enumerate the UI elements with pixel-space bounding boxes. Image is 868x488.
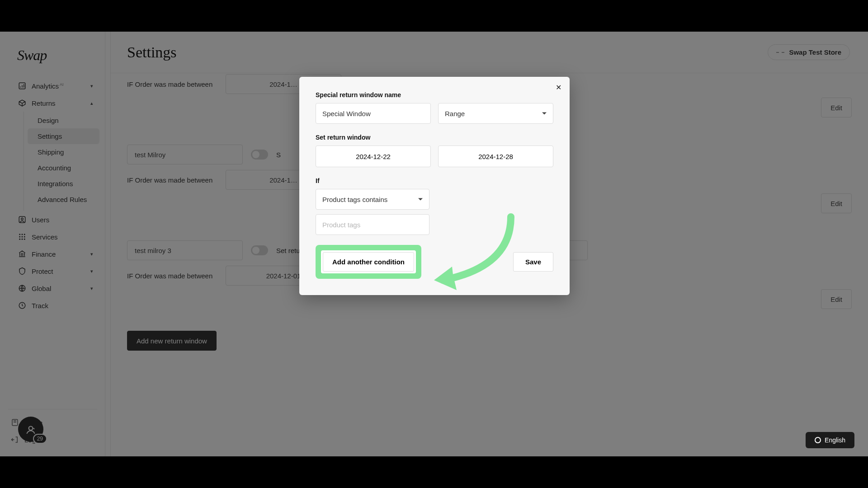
window-name-input[interactable]: Special Window	[316, 103, 431, 124]
special-return-window-modal: ✕ Special return window name Special Win…	[299, 77, 570, 295]
close-icon[interactable]: ✕	[556, 83, 561, 92]
name-label: Special return window name	[316, 91, 553, 99]
highlight-annotation: Add another condition	[316, 245, 421, 279]
window-date-to[interactable]: 2024-12-28	[438, 145, 553, 167]
save-button[interactable]: Save	[513, 252, 553, 272]
window-date-from[interactable]: 2024-12-22	[316, 145, 431, 167]
condition-type-select[interactable]: Product tags contains	[316, 189, 429, 210]
language-selector[interactable]: English	[806, 432, 854, 448]
circle-icon	[815, 437, 821, 443]
product-tags-input[interactable]: Product tags	[316, 214, 429, 235]
set-window-label: Set return window	[316, 134, 553, 141]
window-type-select[interactable]: Range	[438, 103, 553, 124]
add-condition-button[interactable]: Add another condition	[323, 252, 414, 272]
if-label: If	[316, 177, 553, 184]
language-label: English	[825, 436, 845, 444]
